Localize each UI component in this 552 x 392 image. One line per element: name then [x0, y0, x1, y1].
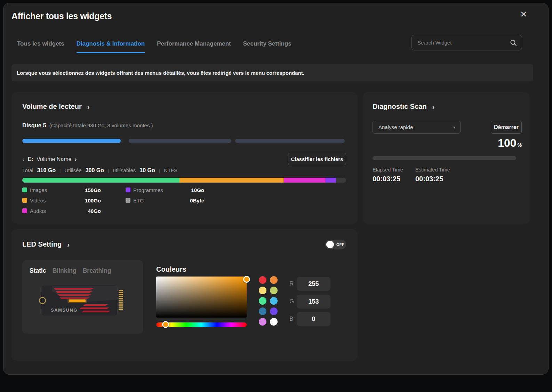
- scan-progress-number: 100: [498, 137, 516, 150]
- legend-item-audios: Audios 40Go: [22, 207, 101, 215]
- usage-stacked-bar: [22, 178, 346, 183]
- estimated-time-label: Estimated Time: [415, 167, 450, 173]
- scan-progress-bar: [373, 156, 516, 160]
- stat-value: 10 Go: [139, 167, 155, 174]
- g-value: 153: [308, 298, 319, 305]
- rgb-row-r: R 255: [289, 277, 342, 291]
- volume-name-row: ‹ E: Volume Name ›: [22, 153, 77, 165]
- tab-bar: Tous les widgets Diagnosis & Information…: [17, 40, 291, 53]
- swatch-orchid[interactable]: [259, 318, 266, 326]
- scan-progress-unit: %: [518, 142, 522, 148]
- color-swatch-grid: [259, 276, 278, 326]
- diagnostic-card-header[interactable]: Diagnostic Scan ›: [373, 103, 434, 111]
- info-banner: Lorsque vous sélectionnez des widgets of…: [11, 64, 533, 81]
- tab-diagnosis-information[interactable]: Diagnosis & Information: [77, 40, 145, 53]
- start-scan-button[interactable]: Démarrer: [491, 121, 522, 134]
- search-input[interactable]: [417, 40, 510, 46]
- usage-segment-audios: [283, 178, 325, 183]
- b-field[interactable]: 0: [297, 312, 330, 326]
- scan-type-dropdown[interactable]: Analyse rapide ▾: [373, 121, 461, 134]
- diagnostic-scan-card: Diagnostic Scan › Analyse rapide ▾ Démar…: [363, 92, 530, 224]
- search-widget-box[interactable]: [411, 35, 522, 50]
- rgb-row-b: B 0: [289, 312, 342, 326]
- led-mode-tabs: Static Blinking Breathing: [30, 267, 111, 274]
- led-card-header[interactable]: LED Setting ›: [22, 240, 70, 248]
- info-banner-text: Lorsque vous sélectionnez des widgets of…: [17, 70, 304, 76]
- legend-item-programmes: Programmes 10Go: [126, 186, 204, 194]
- toggle-state-label: OFF: [336, 242, 344, 247]
- usage-segment-videos: [179, 178, 284, 183]
- search-icon[interactable]: [510, 39, 517, 46]
- disk-name: Disque 5: [22, 122, 46, 129]
- legend-color-swatch: [126, 198, 130, 203]
- b-value: 0: [312, 315, 315, 323]
- legend-name: Images: [30, 187, 76, 193]
- ssd-brand-label: SAMSUNG: [51, 307, 78, 313]
- stat-separator: |: [159, 168, 160, 173]
- mode-blinking[interactable]: Blinking: [53, 267, 77, 274]
- g-field[interactable]: 153: [297, 295, 330, 309]
- chevron-right-icon[interactable]: ›: [432, 103, 435, 110]
- close-icon[interactable]: ×: [520, 8, 527, 19]
- legend-value: 10Go: [174, 187, 204, 193]
- led-toggle[interactable]: OFF: [325, 240, 346, 249]
- chevron-down-icon: ▾: [453, 125, 455, 130]
- usage-segment-images: [22, 178, 179, 183]
- legend-color-swatch: [22, 187, 27, 192]
- r-label: R: [289, 280, 297, 287]
- chevron-right-icon[interactable]: ›: [67, 241, 70, 248]
- legend-name: Programmes: [133, 187, 174, 193]
- elapsed-time-value: 00:03:25: [373, 175, 400, 183]
- hue-slider[interactable]: [156, 322, 247, 327]
- disk-line: Disque 5 (Capacité totale 930 Go, 3 volu…: [22, 122, 153, 129]
- r-value: 255: [308, 280, 319, 288]
- mode-breathing[interactable]: Breathing: [83, 267, 111, 274]
- tab-tous-les-widgets[interactable]: Tous les widgets: [17, 40, 64, 53]
- chevron-left-icon[interactable]: ‹: [22, 156, 24, 162]
- swatch-yellow-green[interactable]: [270, 287, 278, 294]
- stat-label: utilisables: [113, 167, 136, 173]
- legend-item-videos: Vidéos 100Go: [22, 197, 101, 204]
- r-field[interactable]: 255: [297, 277, 330, 291]
- swatch-yellow[interactable]: [259, 287, 266, 294]
- legend-name: Audios: [30, 208, 76, 214]
- hue-slider-handle[interactable]: [162, 321, 169, 328]
- volume-card-title: Volume de lecteur: [22, 103, 82, 111]
- swatch-orange[interactable]: [270, 276, 278, 284]
- stat-separator: |: [108, 168, 109, 173]
- volume-card-header[interactable]: Volume de lecteur ›: [22, 103, 89, 111]
- b-label: B: [289, 315, 297, 322]
- volume-segment-2[interactable]: [129, 139, 231, 143]
- swatch-green[interactable]: [259, 297, 266, 305]
- page-title: Afficher tous les widgets: [11, 11, 112, 21]
- saturation-picker-handle[interactable]: [243, 276, 250, 283]
- swatch-red[interactable]: [259, 276, 266, 284]
- volume-segment-1[interactable]: [22, 139, 124, 143]
- chevron-right-icon[interactable]: ›: [75, 156, 77, 162]
- legend-item-images: Images 150Go: [22, 186, 101, 194]
- scan-progress-percent: 100 %: [363, 137, 522, 150]
- g-label: G: [289, 298, 297, 305]
- chevron-right-icon[interactable]: ›: [87, 103, 90, 110]
- swatch-violet[interactable]: [270, 307, 278, 315]
- classify-files-button[interactable]: Classifier les fichiers: [288, 153, 346, 165]
- swatch-sky-blue[interactable]: [270, 297, 278, 305]
- color-saturation-picker[interactable]: [156, 277, 247, 318]
- mode-static[interactable]: Static: [30, 267, 46, 274]
- tab-performance-management[interactable]: Performance Management: [157, 40, 231, 53]
- toggle-knob[interactable]: [326, 241, 334, 248]
- volume-segment-1-fill: [22, 139, 121, 143]
- scan-type-value: Analyse rapide: [378, 124, 413, 130]
- tab-security-settings[interactable]: Security Settings: [243, 40, 291, 53]
- diagnostic-card-title: Diagnostic Scan: [373, 103, 427, 111]
- estimated-time-value: 00:03:25: [415, 175, 443, 183]
- elapsed-time-label: Elapsed Time: [373, 167, 403, 173]
- swatch-white[interactable]: [270, 318, 278, 326]
- disk-capacity-info: (Capacité totale 930 Go, 3 volumes monté…: [49, 122, 153, 128]
- stat-label: Total: [22, 167, 33, 173]
- led-card-title: LED Setting: [22, 240, 62, 248]
- volume-segment-3[interactable]: [235, 139, 345, 143]
- widgets-dialog-screen: Afficher tous les widgets × Tous les wid…: [0, 0, 552, 392]
- swatch-steel-blue[interactable]: [259, 307, 266, 315]
- volume-name: Volume Name: [37, 156, 72, 162]
